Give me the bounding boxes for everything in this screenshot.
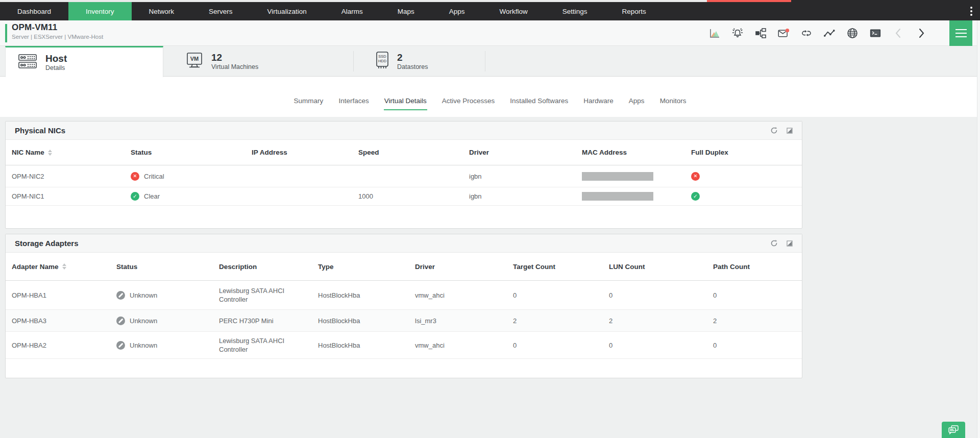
cell-speed: 1000 (352, 187, 463, 205)
col-type[interactable]: Type (312, 253, 409, 280)
terminal-icon[interactable] (869, 27, 881, 39)
subtab-installed-softwares[interactable]: Installed Softwares (509, 95, 569, 110)
ssd-hdd-icon: SSD HDD (375, 51, 390, 72)
tab-virtual-machines[interactable]: VM 12 Virtual Machines (163, 46, 353, 77)
col-lun-count[interactable]: LUN Count (603, 253, 707, 280)
storage-adapters-header: Storage Adapters (6, 234, 802, 253)
nic-row[interactable]: OPM-NIC2 Critical igbn (6, 165, 802, 187)
vm-icon: VM (185, 51, 204, 71)
cell-status: Unknown (110, 310, 213, 331)
svg-text:HDD: HDD (378, 59, 387, 63)
cell-driver: vmw_ahci (409, 281, 507, 309)
main-nav: Dashboard Inventory Network Servers Virt… (0, 2, 980, 20)
cell-description: Lewisburg SATA AHCI Controller (213, 281, 306, 309)
subtab-hardware[interactable]: Hardware (583, 95, 614, 110)
vertical-scrollbar[interactable] (977, 20, 980, 438)
tab-host-details[interactable]: Host Details (5, 46, 163, 77)
subtab-apps[interactable]: Apps (628, 95, 645, 110)
cell-driver: igbn (463, 187, 576, 205)
nav-item-servers[interactable]: Servers (191, 2, 250, 20)
opmanager-screen: Dashboard Inventory Network Servers Virt… (0, 0, 980, 438)
cell-path-count: 2 (707, 310, 802, 331)
cell-full-duplex (685, 165, 802, 187)
cell-lun-count: 0 (603, 281, 707, 309)
subtab-monitors[interactable]: Monitors (659, 95, 687, 110)
nic-row[interactable]: OPM-NIC1 Clear 1000 igbn (6, 187, 802, 206)
nav-item-reports[interactable]: Reports (605, 2, 664, 20)
cell-target-count: 0 (507, 332, 603, 358)
cell-driver: lsi_mr3 (409, 310, 507, 331)
host-server-icon (17, 52, 38, 72)
hamburger-menu-button[interactable] (949, 20, 972, 46)
alarm-bell-icon[interactable] (731, 27, 744, 39)
top-edge-red-indicator (707, 0, 791, 2)
adapter-row[interactable]: OPM-HBA2 Unknown Lewisburg SATA AHCI Con… (6, 332, 802, 359)
tab-vm-label: Virtual Machines (211, 63, 258, 70)
tab-datastores[interactable]: SSD HDD 2 Datastores (353, 46, 485, 77)
critical-status-icon (131, 172, 139, 181)
mail-notification-icon[interactable] (777, 27, 790, 39)
nav-item-apps[interactable]: Apps (432, 2, 482, 20)
col-nic-name[interactable]: NIC Name (6, 140, 125, 165)
col-status[interactable]: Status (125, 140, 246, 165)
sync-loop-icon[interactable] (800, 27, 813, 39)
nav-item-alarms[interactable]: Alarms (324, 2, 380, 20)
nav-item-workflow[interactable]: Workflow (482, 2, 545, 20)
col-ip-address[interactable]: IP Address (246, 140, 352, 165)
cell-status: Clear (125, 187, 246, 205)
chevron-left-icon[interactable] (892, 27, 904, 39)
resize-corner-icon[interactable] (787, 240, 793, 247)
globe-icon[interactable] (846, 27, 859, 39)
workflow-topology-icon[interactable] (754, 27, 767, 39)
cell-status: Unknown (110, 332, 213, 358)
cell-target-count: 0 (507, 281, 603, 309)
refresh-icon[interactable] (770, 239, 778, 247)
col-speed[interactable]: Speed (352, 140, 463, 165)
device-header: OPM-VM11 Server | ESXServer | VMware-Hos… (0, 20, 980, 46)
status-label: Clear (144, 192, 160, 201)
top-edge-dark-segment (791, 0, 980, 2)
nav-item-settings[interactable]: Settings (545, 2, 605, 20)
resize-corner-icon[interactable] (787, 128, 793, 134)
kebab-menu-icon[interactable] (963, 2, 980, 20)
col-status[interactable]: Status (110, 253, 213, 280)
tab-host-title: Host (45, 53, 67, 64)
col-driver[interactable]: Driver (463, 140, 576, 165)
col-target-count[interactable]: Target Count (507, 253, 603, 280)
subtab-summary[interactable]: Summary (293, 95, 324, 110)
adapter-row[interactable]: OPM-HBA1 Unknown Lewisburg SATA AHCI Con… (6, 281, 802, 310)
col-mac-address[interactable]: MAC Address (576, 140, 685, 165)
adapter-row[interactable]: OPM-HBA3 Unknown PERC H730P Mini HostBlo… (6, 310, 802, 332)
top-edge-strip (0, 0, 980, 2)
refresh-icon[interactable] (770, 127, 778, 134)
cell-description: PERC H730P Mini (213, 310, 306, 331)
line-graph-icon[interactable] (823, 27, 836, 39)
subtab-interfaces[interactable]: Interfaces (338, 95, 369, 110)
chat-support-button[interactable] (942, 422, 965, 438)
chevron-right-icon[interactable] (915, 27, 927, 39)
storage-adapters-panel: Storage Adapters Adapter Name (5, 234, 802, 378)
nav-item-inventory[interactable]: Inventory (68, 2, 132, 20)
nav-item-dashboard[interactable]: Dashboard (0, 2, 68, 20)
nav-item-network[interactable]: Network (132, 2, 192, 20)
performance-chart-icon[interactable] (708, 27, 721, 39)
cell-adapter-name: OPM-HBA3 (6, 310, 110, 331)
mac-redacted-bar (582, 172, 653, 181)
subtab-active-processes[interactable]: Active Processes (442, 95, 496, 110)
clear-status-icon (131, 192, 139, 201)
col-full-duplex[interactable]: Full Duplex (685, 140, 802, 165)
cell-mac-address (576, 165, 685, 187)
col-driver[interactable]: Driver (409, 253, 507, 280)
col-adapter-name[interactable]: Adapter Name (6, 253, 110, 280)
device-breadcrumb: Server | ESXServer | VMware-Host (12, 34, 103, 40)
col-path-count[interactable]: Path Count (707, 253, 802, 280)
nav-item-virtualization[interactable]: Virtualization (250, 2, 324, 20)
nav-item-maps[interactable]: Maps (380, 2, 432, 20)
sort-icon[interactable] (62, 263, 66, 270)
col-description[interactable]: Description (213, 253, 312, 280)
subtab-row: Summary Interfaces Virtual Details Activ… (0, 95, 980, 110)
subtab-virtual-details[interactable]: Virtual Details (384, 95, 427, 110)
cell-ip-address (246, 165, 352, 187)
sort-icon[interactable] (48, 150, 52, 156)
svg-text:SSD: SSD (378, 54, 386, 59)
